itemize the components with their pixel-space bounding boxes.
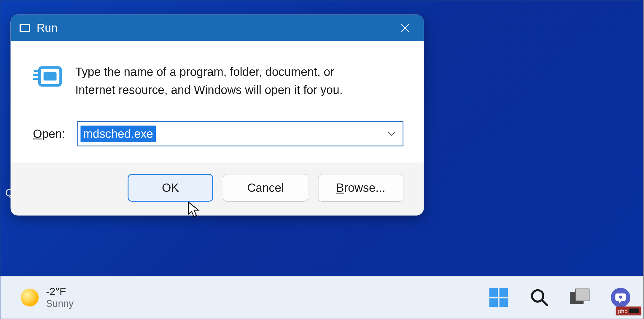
browse-button[interactable]: Browse... <box>318 174 403 202</box>
sun-icon <box>21 288 39 306</box>
chat-button[interactable] <box>610 287 631 308</box>
open-label: Open: <box>33 127 65 140</box>
task-view-icon <box>570 288 590 306</box>
dialog-body: Type the name of a program, folder, docu… <box>11 41 424 162</box>
search-button[interactable] <box>529 287 550 308</box>
chat-icon <box>610 287 631 308</box>
windows-icon <box>489 288 508 307</box>
watermark-badge: php <box>616 307 641 315</box>
ok-button[interactable]: OK <box>128 174 213 202</box>
task-view-button[interactable] <box>569 287 590 308</box>
svg-rect-5 <box>500 288 508 297</box>
weather-widget[interactable]: -2°F Sunny <box>21 286 74 309</box>
svg-rect-3 <box>44 72 57 80</box>
svg-rect-6 <box>489 298 498 307</box>
taskbar[interactable]: -2°F Sunny <box>0 276 643 319</box>
svg-rect-1 <box>21 25 29 31</box>
dialog-title: Run <box>36 21 57 34</box>
open-input-value[interactable]: mdsched.exe <box>80 125 155 142</box>
svg-rect-7 <box>500 298 508 307</box>
dialog-button-bar: OK Cancel Browse... <box>11 162 424 215</box>
weather-temperature: -2°F <box>46 286 74 298</box>
dialog-description: Type the name of a program, folder, docu… <box>75 63 376 99</box>
ok-button-label: OK <box>162 181 179 194</box>
start-button[interactable] <box>488 287 509 308</box>
open-combobox[interactable]: mdsched.exe <box>77 121 404 146</box>
desktop-background: Q Run <box>0 0 643 318</box>
search-icon <box>530 288 548 307</box>
close-button[interactable] <box>394 19 416 37</box>
chevron-down-icon[interactable] <box>387 131 396 136</box>
run-title-icon <box>20 24 30 32</box>
svg-point-13 <box>619 296 622 299</box>
cancel-button-label: Cancel <box>247 181 284 194</box>
run-program-icon <box>33 66 62 90</box>
browse-button-label: Browse... <box>336 181 385 194</box>
close-icon <box>400 23 411 33</box>
cancel-button[interactable]: Cancel <box>223 174 308 202</box>
titlebar[interactable]: Run <box>11 15 424 41</box>
run-dialog: Run Type the name of a program, folder, … <box>11 15 424 215</box>
weather-condition: Sunny <box>46 298 74 309</box>
svg-rect-10 <box>575 288 589 301</box>
svg-rect-4 <box>489 288 498 297</box>
